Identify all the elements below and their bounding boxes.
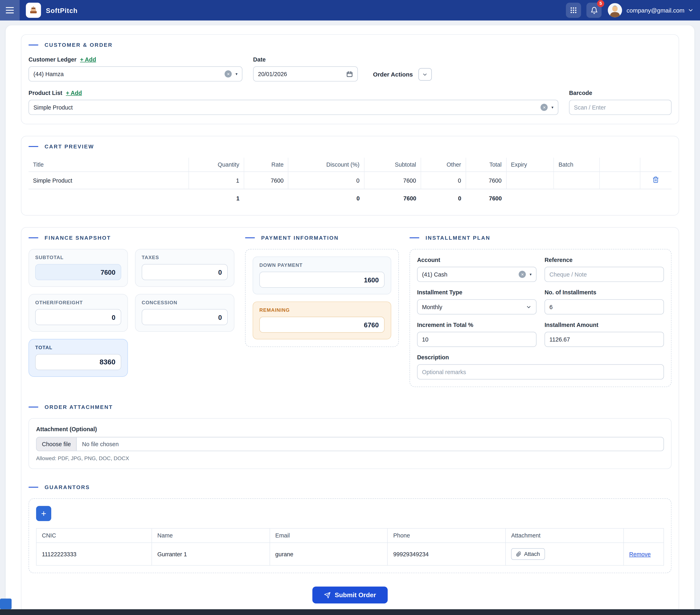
file-input[interactable]: Choose file No file chosen: [36, 437, 664, 451]
guarantors-section: GUARANTORS + CNIC Nam: [28, 484, 672, 573]
remaining-label: REMAINING: [259, 307, 385, 312]
page-content: CUSTOMER & ORDER Customer Ledger + Add (…: [0, 21, 700, 615]
guarantors-table: CNIC Name Email Phone Attachment: [36, 528, 664, 566]
guarantors-header-row: CNIC Name Email Phone Attachment: [36, 528, 664, 542]
remaining-input: [259, 317, 385, 333]
product-list-label: Product List: [28, 89, 62, 96]
installment-type-field: Installment Type Monthly: [417, 289, 537, 315]
delete-row-button[interactable]: [653, 176, 659, 183]
taxes-input[interactable]: [142, 264, 228, 280]
product-select[interactable]: Simple Product × ▾: [28, 100, 559, 115]
navbar-left: SoftPitch: [0, 0, 78, 21]
concession-label: CONCESSION: [142, 300, 228, 305]
apps-grid-button[interactable]: [566, 3, 581, 18]
customer-order-header: CUSTOMER & ORDER: [28, 42, 672, 48]
customer-order-panel: CUSTOMER & ORDER Customer Ledger + Add (…: [21, 34, 679, 124]
installment-amount-label: Installment Amount: [545, 321, 664, 328]
submit-row: Submit Order: [28, 587, 672, 603]
col-actions: [640, 158, 672, 172]
hamburger-menu-button[interactable]: [0, 0, 20, 21]
concession-box: CONCESSION: [135, 294, 235, 332]
col-email: Email: [270, 528, 388, 542]
top-navbar: SoftPitch 5: [0, 0, 700, 21]
notifications-button[interactable]: 5: [586, 3, 602, 18]
concession-input[interactable]: [142, 309, 228, 325]
attachment-label: Attachment (Optional): [36, 426, 664, 432]
reference-label: Reference: [545, 256, 664, 263]
section-title: GUARANTORS: [45, 484, 90, 490]
order-actions-button[interactable]: [418, 68, 432, 81]
remove-guarantor-link[interactable]: Remove: [629, 551, 651, 557]
add-product-link[interactable]: + Add: [66, 89, 82, 96]
description-label: Description: [417, 354, 664, 361]
submit-order-button[interactable]: Submit Order: [313, 587, 388, 603]
submit-order-label: Submit Order: [335, 591, 376, 599]
cell-discount: 0: [288, 172, 364, 189]
choose-file-button[interactable]: Choose file: [36, 437, 77, 451]
avatar-image: [608, 3, 622, 17]
section-title: ORDER ATTACHMENT: [45, 404, 113, 410]
customer-ledger-field: Customer Ledger + Add (44) Hamza × ▾: [28, 56, 242, 81]
add-customer-link[interactable]: + Add: [80, 56, 96, 63]
bell-icon: [590, 7, 598, 14]
guarantor-cnic: 11122223333: [36, 543, 152, 565]
viewport: SoftPitch 5: [0, 0, 700, 615]
description-field: Description: [417, 354, 664, 379]
cell-total: 7600: [466, 172, 506, 189]
section-dash: [28, 487, 38, 488]
remaining-box: REMAINING: [253, 302, 391, 339]
chevron-down-icon: [422, 72, 428, 77]
chevron-down-icon: ▾: [530, 272, 532, 277]
order-actions-label: Order Actions: [373, 71, 413, 78]
installments-count-label: No. of Installments: [545, 289, 664, 296]
barcode-input[interactable]: [569, 100, 672, 115]
add-guarantor-button[interactable]: +: [36, 506, 51, 521]
other-freight-input[interactable]: [35, 309, 121, 325]
user-menu-chevron-icon[interactable]: [688, 7, 694, 13]
down-payment-input[interactable]: [259, 272, 385, 288]
product-list-field: Product List + Add Simple Product × ▾: [28, 89, 559, 115]
cart-preview-header: CART PREVIEW: [28, 143, 672, 150]
date-input[interactable]: 20/01/2026: [253, 66, 358, 81]
guarantor-email: gurane: [270, 543, 388, 565]
cell-subtotal: 7600: [364, 172, 421, 189]
guarantor-attach-button[interactable]: Attach: [511, 548, 545, 560]
total-box: TOTAL: [28, 339, 128, 377]
col-cnic: CNIC: [36, 528, 152, 542]
user-avatar[interactable]: [608, 3, 622, 17]
installments-count-input[interactable]: [545, 299, 664, 315]
clear-account-icon[interactable]: ×: [519, 271, 526, 278]
clear-customer-icon[interactable]: ×: [225, 71, 232, 78]
calendar-icon[interactable]: [346, 71, 353, 77]
installment-type-select[interactable]: Monthly: [417, 299, 537, 315]
section-dash: [410, 238, 419, 238]
barcode-field: Barcode: [569, 89, 672, 115]
increment-input[interactable]: [417, 332, 537, 347]
account-select[interactable]: (41) Cash × ▾: [417, 267, 537, 282]
barcode-label: Barcode: [569, 89, 672, 96]
subtotal-label: SUBTOTAL: [35, 255, 121, 260]
customer-select[interactable]: (44) Hamza × ▾: [28, 66, 242, 81]
grid-icon: [570, 7, 577, 14]
installment-type-label: Installment Type: [417, 289, 537, 296]
total-quantity: 1: [189, 189, 244, 206]
description-input[interactable]: [417, 364, 664, 380]
cell-expiry: [506, 172, 554, 189]
corner-accent-square: [0, 599, 12, 609]
footer-bar: [0, 609, 700, 615]
col-other: Other: [421, 158, 466, 172]
reference-input[interactable]: [545, 267, 664, 282]
installment-amount-input[interactable]: [545, 332, 664, 347]
order-actions-field: Order Actions: [373, 68, 432, 81]
section-dash: [28, 407, 38, 408]
col-discount: Discount (%): [288, 158, 364, 172]
clear-product-icon[interactable]: ×: [541, 104, 548, 111]
no-file-text: No file chosen: [77, 441, 124, 447]
installment-box: Account (41) Cash × ▾ Reference: [410, 249, 672, 387]
total-discount: 0: [288, 189, 364, 206]
attach-button-label: Attach: [524, 551, 540, 557]
col-quantity: Quantity: [189, 158, 244, 172]
guarantors-box: + CNIC Name Email P: [28, 498, 672, 573]
installment-type-value: Monthly: [422, 304, 522, 310]
trash-icon: [653, 176, 659, 183]
